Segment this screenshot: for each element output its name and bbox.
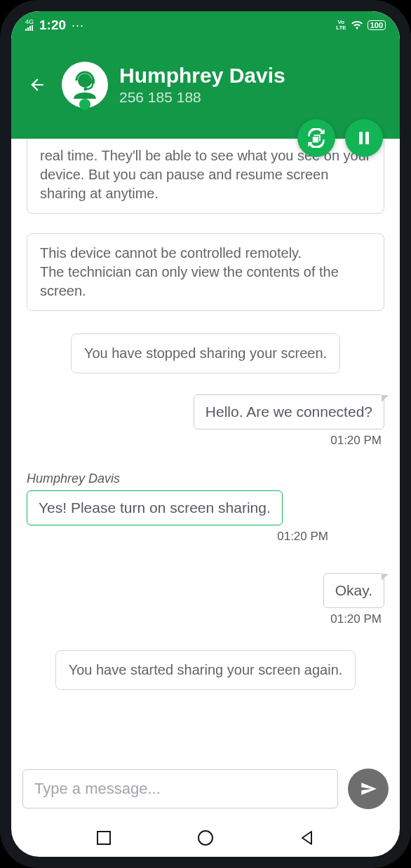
message-text: Yes! Please turn on screen sharing. xyxy=(39,500,271,516)
system-text: You have stopped sharing your screen. xyxy=(84,345,327,361)
status-bar: 4G 1:20 ··· VoLTE 100 xyxy=(11,11,400,39)
svg-rect-0 xyxy=(25,29,27,31)
presence-indicator xyxy=(79,99,90,110)
status-menu-dots: ··· xyxy=(72,18,84,33)
message-input[interactable] xyxy=(22,769,338,808)
nav-recent-button[interactable] xyxy=(96,830,112,846)
message-text: Okay. xyxy=(335,582,372,598)
signal-label: 4G xyxy=(25,19,34,25)
svg-rect-9 xyxy=(359,132,363,144)
signal-4g-icon: 4G xyxy=(25,19,34,32)
message-time: 01:20 PM xyxy=(277,530,328,544)
message-outgoing: Hello. Are we connected? 01:20 PM xyxy=(27,394,384,448)
send-icon xyxy=(359,780,377,798)
headset-person-icon xyxy=(67,67,103,103)
system-stopped-sharing: You have stopped sharing your screen. xyxy=(71,333,340,373)
agent-phone: 256 185 188 xyxy=(119,89,285,106)
chat-header: Humphrey Davis 256 185 188 xyxy=(11,39,400,139)
message-incoming: Humphrey Davis Yes! Please turn on scree… xyxy=(27,471,384,544)
screen: 4G 1:20 ··· VoLTE 100 xyxy=(11,11,400,857)
svg-point-12 xyxy=(198,831,213,845)
send-button[interactable] xyxy=(348,769,389,809)
wifi-icon xyxy=(351,20,363,30)
android-nav-bar xyxy=(11,819,400,857)
agent-name: Humphrey Davis xyxy=(119,64,285,88)
svg-rect-11 xyxy=(97,832,110,844)
svg-rect-2 xyxy=(29,26,31,31)
system-started-sharing: You have started sharing your screen aga… xyxy=(55,650,356,690)
svg-rect-8 xyxy=(312,137,318,143)
system-info-view-only: This device cannot be controlled remotel… xyxy=(27,233,384,311)
message-sender: Humphrey Davis xyxy=(27,471,120,486)
message-time: 01:20 PM xyxy=(330,612,382,626)
avatar-wrap xyxy=(62,62,108,108)
chat-scroll-area[interactable]: real time. They'll be able to see what y… xyxy=(11,139,400,762)
swap-screen-button[interactable] xyxy=(297,119,335,157)
phone-frame: 4G 1:20 ··· VoLTE 100 xyxy=(0,0,411,868)
nav-home-button[interactable] xyxy=(197,829,214,846)
volte-icon: VoLTE xyxy=(336,20,346,31)
message-bubble[interactable]: Hello. Are we connected? xyxy=(194,394,384,429)
status-time: 1:20 xyxy=(39,18,66,33)
message-bubble[interactable]: Okay. xyxy=(323,573,384,608)
system-text: You have started sharing your screen aga… xyxy=(69,662,343,677)
svg-rect-3 xyxy=(32,25,33,31)
svg-rect-1 xyxy=(27,27,29,31)
pause-share-button[interactable] xyxy=(345,119,383,157)
message-bubble[interactable]: Yes! Please turn on screen sharing. xyxy=(27,490,283,525)
message-outgoing: Okay. 01:20 PM xyxy=(27,573,384,626)
back-button[interactable] xyxy=(28,76,46,94)
message-text: Hello. Are we connected? xyxy=(206,404,372,420)
screen-swap-icon xyxy=(306,128,326,148)
battery-icon: 100 xyxy=(368,20,386,30)
svg-rect-5 xyxy=(91,78,95,84)
svg-point-4 xyxy=(78,74,92,88)
message-composer xyxy=(11,762,400,819)
svg-rect-10 xyxy=(365,132,369,144)
nav-back-button[interactable] xyxy=(299,830,315,846)
pause-icon xyxy=(356,130,372,146)
system-text: The technician can only view the content… xyxy=(40,263,371,301)
svg-point-6 xyxy=(84,88,88,91)
system-text: This device cannot be controlled remotel… xyxy=(40,244,371,263)
message-time: 01:20 PM xyxy=(330,434,382,448)
